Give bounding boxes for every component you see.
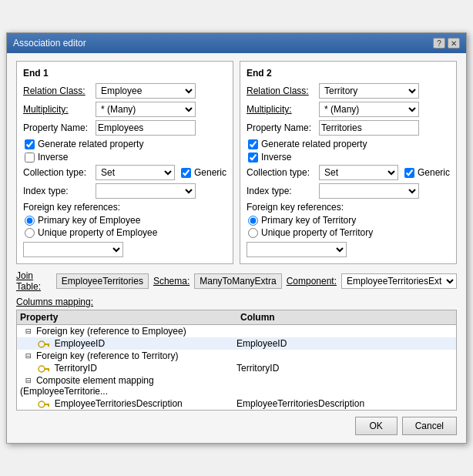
end1-relation-class-row: Relation Class: Employee <box>23 83 226 99</box>
svg-rect-2 <box>48 345 49 347</box>
table-row[interactable]: TerritoryID TerritoryID <box>17 362 456 374</box>
end1-relation-class-select[interactable]: Employee <box>96 83 196 99</box>
end2-fk-label: Foreign key references: <box>247 202 450 213</box>
title-bar: Association editor ? ✕ <box>7 33 466 53</box>
end1-generate-related-row: Generate related property <box>23 139 226 149</box>
component-select[interactable]: EmployeeTerritoriesExtra <box>341 273 457 289</box>
end1-fk-primary-label: Primary key of Employee <box>38 215 140 226</box>
end2-inverse-row: Inverse <box>247 152 450 163</box>
end2-relation-class-row: Relation Class: Territory <box>247 83 450 99</box>
svg-rect-5 <box>48 370 49 371</box>
end2-inverse-checkbox[interactable] <box>248 153 258 163</box>
key-icon <box>38 340 50 349</box>
columns-header: Property Column <box>17 310 456 325</box>
schema-value: ManyToManyExtra <box>194 273 281 289</box>
end1-generic-checkbox[interactable] <box>181 168 191 178</box>
end1-fk-label: Foreign key references: <box>23 202 226 213</box>
end2-fk-primary-radio[interactable] <box>248 216 258 226</box>
end2-collection-type-select[interactable]: Set <box>319 165 398 180</box>
end1-fk-primary-radio[interactable] <box>25 216 35 226</box>
end1-multiplicity-row: Multiplicity: * (Many) <box>23 102 226 117</box>
end1-collection-type-label: Collection type: <box>23 167 92 178</box>
two-column-layout: End 1 Relation Class: Employee Multiplic… <box>16 61 457 264</box>
svg-point-3 <box>39 366 45 372</box>
end2-index-type-select[interactable] <box>319 183 419 199</box>
end1-fk-dropdown[interactable] <box>23 242 123 257</box>
end1-property-name-row: Property Name: Employees <box>23 120 226 136</box>
end2-fk-primary-row: Primary key of Territory <box>247 215 450 226</box>
end2-index-type-row: Index type: <box>247 183 450 199</box>
end2-fk-unique-row: Unique property of Territory <box>247 227 450 238</box>
cancel-button[interactable]: Cancel <box>402 417 457 435</box>
end1-fk-unique-row: Unique property of Employee <box>23 227 226 238</box>
row-property: TerritoryID <box>20 363 236 374</box>
svg-rect-4 <box>45 368 49 370</box>
end2-relation-class-select[interactable]: Territory <box>319 83 419 99</box>
end1-multiplicity-label: Multiplicity: <box>23 104 92 115</box>
row-property: ⊟ Composite element mapping (EmployeeTer… <box>20 375 236 397</box>
end1-index-type-select[interactable] <box>96 183 196 199</box>
end2-panel: End 2 Relation Class: Territory Multipli… <box>240 61 457 264</box>
row-property: EmployeeTerritoriesDescription <box>20 398 236 409</box>
join-table-value: EmployeeTerritories <box>56 273 149 289</box>
bottom-buttons: OK Cancel <box>16 417 457 435</box>
join-row: Join Table: EmployeeTerritories Schema: … <box>16 270 457 292</box>
end2-multiplicity-label: Multiplicity: <box>247 104 316 115</box>
minus-icon: ⊟ <box>25 375 31 386</box>
end2-generic-label: Generic <box>418 167 450 178</box>
end1-fk-unique-label: Unique property of Employee <box>38 227 157 238</box>
end2-multiplicity-row: Multiplicity: * (Many) <box>247 102 450 117</box>
end2-collection-type-row: Collection type: Set Generic <box>247 165 450 180</box>
end2-fk-unique-radio[interactable] <box>248 228 258 238</box>
svg-point-6 <box>39 401 45 407</box>
row-column: TerritoryID <box>236 363 453 374</box>
end2-property-name-input[interactable]: Territories <box>319 120 419 136</box>
end1-property-name-input[interactable]: Employees <box>96 120 196 136</box>
end2-index-type-label: Index type: <box>247 186 316 196</box>
end2-fk-unique-label: Unique property of Territory <box>261 227 373 238</box>
svg-point-0 <box>39 341 45 347</box>
row-property: ⊟ Foreign key (reference to Territory) <box>20 350 236 361</box>
end2-generate-related-label: Generate related property <box>261 139 367 149</box>
close-button[interactable]: ✕ <box>448 38 460 49</box>
end2-generic-checkbox[interactable] <box>404 168 414 178</box>
table-row[interactable]: EmployeeTerritoriesDescription EmployeeT… <box>17 397 456 410</box>
component-label: Component: <box>287 276 337 287</box>
end1-inverse-label: Inverse <box>38 152 68 163</box>
table-row[interactable]: ⊟ Composite element mapping (EmployeeTer… <box>17 374 456 397</box>
row-column: EmployeeID <box>236 338 453 349</box>
table-row[interactable]: EmployeeID EmployeeID <box>17 337 456 350</box>
table-row[interactable]: ⊟ Foreign key (reference to Territory) <box>17 350 456 362</box>
ok-button[interactable]: OK <box>355 417 398 435</box>
end2-generate-related-checkbox[interactable] <box>248 139 258 149</box>
end2-multiplicity-select[interactable]: * (Many) <box>319 102 419 117</box>
end2-fk-dropdown[interactable] <box>247 242 347 257</box>
end1-panel: End 1 Relation Class: Employee Multiplic… <box>16 61 233 264</box>
help-button[interactable]: ? <box>433 38 445 49</box>
end1-generate-related-checkbox[interactable] <box>25 139 35 149</box>
end1-multiplicity-select[interactable]: * (Many) <box>96 102 196 117</box>
minus-icon: ⊟ <box>25 350 31 361</box>
schema-label: Schema: <box>153 276 190 287</box>
end1-generate-related-label: Generate related property <box>38 139 143 149</box>
columns-mapping-label: Columns mapping: <box>16 297 457 307</box>
row-property: ⊟ Foreign key (reference to Employee) <box>20 326 236 337</box>
row-property: EmployeeID <box>20 338 236 349</box>
end2-inverse-label: Inverse <box>261 152 291 163</box>
table-row[interactable]: ⊟ Foreign key (reference to Employee) <box>17 325 456 337</box>
end1-generic-label: Generic <box>194 167 226 178</box>
end1-index-type-label: Index type: <box>23 186 92 196</box>
end1-inverse-row: Inverse <box>23 152 226 163</box>
end2-collection-type-label: Collection type: <box>247 167 316 178</box>
key-icon <box>38 400 50 409</box>
svg-rect-7 <box>45 404 49 405</box>
window-title: Association editor <box>13 38 86 49</box>
end1-collection-type-row: Collection type: Set Generic <box>23 165 226 180</box>
end1-fk-unique-radio[interactable] <box>25 228 35 238</box>
end1-collection-type-select[interactable]: Set <box>96 165 175 180</box>
association-editor-window: Association editor ? ✕ End 1 Relation Cl… <box>6 32 467 444</box>
end2-generate-related-row: Generate related property <box>247 139 450 149</box>
end2-fk-primary-label: Primary key of Territory <box>261 215 356 226</box>
end1-inverse-checkbox[interactable] <box>25 153 35 163</box>
end1-fk-primary-row: Primary key of Employee <box>23 215 226 226</box>
